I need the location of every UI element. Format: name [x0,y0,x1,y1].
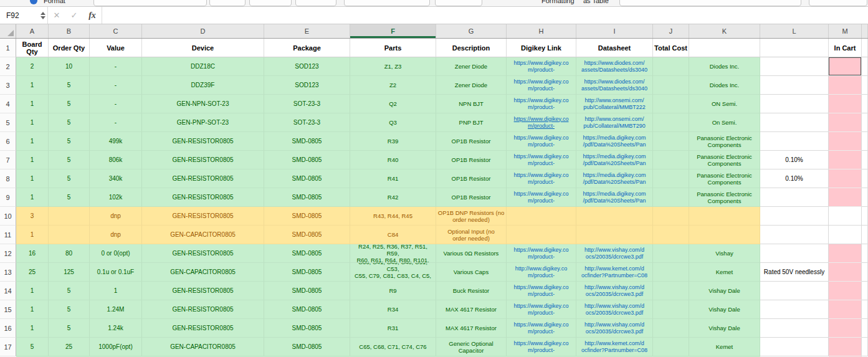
cell-F10[interactable]: R43, R44, R45 [350,207,436,226]
cell-D14[interactable]: GEN-RESISTOR0805 [142,282,264,300]
row-header-13[interactable]: 13 [0,263,16,282]
cell-M17[interactable] [829,338,862,356]
cell-C1[interactable]: Value [90,39,142,57]
cell-H7[interactable]: https://www.digikey.co m/product- [507,151,576,169]
cell-B15[interactable]: 5 [49,300,90,319]
column-header-h[interactable]: H [507,24,576,38]
cell-A14[interactable]: 1 [16,282,49,300]
cell-B7[interactable]: 5 [49,151,90,169]
cell-E10[interactable]: SMD-0805 [264,207,350,226]
row-header-2[interactable]: 2 [0,57,16,76]
cell-F4[interactable]: Q2 [350,95,436,113]
cell-I17[interactable]: http://www.kemet.com/d ocfinder?Partnumb… [576,338,653,356]
cell-H17[interactable]: https://www.digikey.co m/product- [507,338,576,356]
cell-D8[interactable]: GEN-RESISTOR0805 [142,169,264,188]
cell-I8[interactable]: https://media.digikey.com /pdf/Data%20Sh… [576,169,653,188]
cell-K6[interactable]: Panasonic Electronic Components [689,132,760,151]
column-header-k[interactable]: K [689,24,760,38]
cell-H13[interactable]: http://www.digikey.co m/product- [507,263,576,282]
cell-K10[interactable] [689,207,760,226]
cell-B14[interactable]: 5 [49,282,90,300]
cell-A17[interactable]: 5 [16,338,49,356]
cell-F1[interactable]: Parts [350,39,436,57]
cell-L7[interactable]: 0.10% [760,151,829,169]
cell-D13[interactable]: GEN-CAPACITOR0805 [142,263,264,282]
cell-I1[interactable]: Datasheet [576,39,653,57]
row-header-10[interactable]: 10 [0,207,16,226]
cell-M6[interactable] [829,132,862,151]
cell-A9[interactable]: 1 [16,188,49,207]
cell-H16[interactable]: https://www.digikey.co m/product- [507,319,576,338]
cell-C5[interactable]: - [90,113,142,132]
cell-A2[interactable]: 2 [16,57,49,76]
cell-G9[interactable]: OP1B Resistor [436,188,507,207]
row-header-1[interactable]: 1 [0,39,16,57]
spinner-up-icon[interactable] [41,12,45,15]
cell-L8[interactable]: 0.10% [760,169,829,188]
name-box-spinner[interactable] [39,12,47,19]
cell-G1[interactable]: Description [436,39,507,57]
cell-K11[interactable] [689,226,760,244]
cell-F2[interactable]: Z1, Z3 [350,57,436,76]
cell-J7[interactable] [653,151,689,169]
cell-I5[interactable]: http://www.onsemi.com/ pub/Collateral/MM… [576,113,653,132]
cell-F15[interactable]: R34 [350,300,436,319]
row-header-12[interactable]: 12 [0,244,16,263]
cell-E8[interactable]: SMD-0805 [264,169,350,188]
cell-F5[interactable]: Q3 [350,113,436,132]
cell-F14[interactable]: R9 [350,282,436,300]
cell-I3[interactable]: https://www.diodes.com/ assets/Datasheet… [576,76,653,95]
cell-E17[interactable]: SMD-0805 [264,338,350,356]
column-header-j[interactable]: J [653,24,689,38]
cell-A16[interactable]: 1 [16,319,49,338]
name-box[interactable]: F92 [0,11,39,20]
cell-K8[interactable]: Panasonic Electronic Components [689,169,760,188]
cell-I2[interactable]: https://www.diodes.com/ assets/Datasheet… [576,57,653,76]
cell-L1[interactable] [760,39,829,57]
cell-L4[interactable] [760,95,829,113]
cell-K4[interactable]: ON Semi. [689,95,760,113]
cell-B4[interactable]: 5 [49,95,90,113]
cell-C14[interactable]: 1 [90,282,142,300]
cell-I14[interactable]: http://www.vishay.com/d ocs/20035/dcrcwe… [576,282,653,300]
cell-H11[interactable] [507,226,576,244]
cell-B3[interactable]: 5 [49,76,90,95]
cell-A4[interactable]: 1 [16,95,49,113]
cell-D16[interactable]: GEN-RESISTOR0805 [142,319,264,338]
cell-L17[interactable] [760,338,829,356]
cell-L16[interactable] [760,319,829,338]
cell-A11[interactable]: 1 [16,226,49,244]
cell-L15[interactable] [760,300,829,319]
cell-H12[interactable]: https://www.digikey.co m/product- [507,244,576,263]
ribbon-toolbar[interactable]: Format Formatting as Table [0,0,868,7]
cell-M7[interactable] [829,151,862,169]
cell-D17[interactable]: GEN-CAPACITOR0805 [142,338,264,356]
cell-B11[interactable] [49,226,90,244]
cell-M9[interactable] [829,188,862,207]
cell-D9[interactable]: GEN-RESISTOR0805 [142,188,264,207]
cell-H4[interactable]: https://www.digikey.co m/product- [507,95,576,113]
cell-G14[interactable]: Buck Resistor [436,282,507,300]
cell-H2[interactable]: https://www.digikey.co m/product- [507,57,576,76]
cell-E7[interactable]: SMD-0805 [264,151,350,169]
cell-B12[interactable]: 80 [49,244,90,263]
cell-F9[interactable]: R42 [350,188,436,207]
cell-E4[interactable]: SOT-23-3 [264,95,350,113]
cell-E14[interactable]: SMD-0805 [264,282,350,300]
cell-C4[interactable]: - [90,95,142,113]
cell-H8[interactable]: https://www.digikey.co m/product- [507,169,576,188]
cell-D10[interactable]: GEN-RESISTOR0805 [142,207,264,226]
cell-B9[interactable]: 5 [49,188,90,207]
column-header-e[interactable]: E [264,24,350,38]
cell-B1[interactable]: Order Qty [49,39,90,57]
cell-H9[interactable]: https://www.digikey.co m/product- [507,188,576,207]
cell-A1[interactable]: Board Qty [16,39,49,57]
column-header-a[interactable]: A [16,24,49,38]
cell-M11[interactable] [829,226,862,244]
cell-I4[interactable]: http://www.onsemi.com/ pub/Collateral/MM… [576,95,653,113]
row-header-4[interactable]: 4 [0,95,16,113]
cell-B13[interactable]: 125 [49,263,90,282]
cell-C7[interactable]: 806k [90,151,142,169]
cell-I16[interactable]: http://www.vishay.com/d ocs/20035/dcrcwe… [576,319,653,338]
cell-A7[interactable]: 1 [16,151,49,169]
